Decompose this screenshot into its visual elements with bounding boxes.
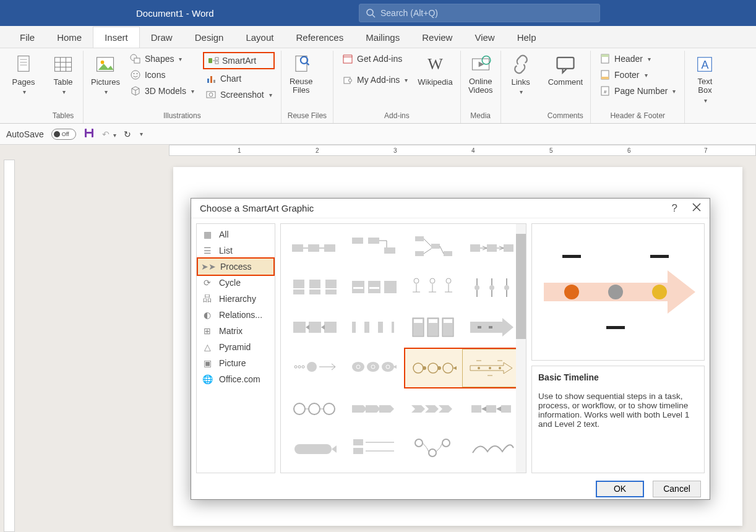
category-all[interactable]: ▦All <box>197 226 275 242</box>
preview-title: Basic Timeline <box>538 372 599 382</box>
graphic-item[interactable] <box>404 268 462 307</box>
tab-file[interactable]: File <box>9 27 46 48</box>
pagenumber-button[interactable]: #Page Number▾ <box>597 84 678 98</box>
table-button[interactable]: Table ▾ <box>49 52 77 97</box>
graphic-item[interactable] <box>404 229 462 267</box>
graphic-item[interactable] <box>404 429 462 468</box>
category-pyramid[interactable]: △Pyramid <box>197 339 275 355</box>
graphic-item[interactable] <box>286 390 344 428</box>
tab-references[interactable]: References <box>285 27 354 48</box>
svg-point-102 <box>298 366 301 368</box>
category-hierarchy[interactable]: 品Hierarchy <box>197 291 275 307</box>
graphic-item[interactable] <box>286 348 344 386</box>
vertical-ruler[interactable] <box>4 160 15 532</box>
svg-rect-53 <box>352 238 363 244</box>
group-reuse-label: Reuse Files <box>288 110 327 122</box>
icons-icon <box>130 69 141 80</box>
graphic-circle-accent-timeline[interactable] <box>405 349 462 387</box>
pictures-button[interactable]: Pictures ▾ <box>90 52 121 97</box>
pages-button[interactable]: Pages ▾ <box>10 52 37 97</box>
graphic-item[interactable] <box>345 390 403 428</box>
graphic-item[interactable] <box>463 229 522 267</box>
links-button[interactable]: Links ▾ <box>507 52 535 97</box>
shapes-button[interactable]: Shapes▾ <box>127 52 197 66</box>
page-icon <box>12 53 35 75</box>
table-label: Table <box>53 77 72 87</box>
svg-rect-34 <box>557 58 573 69</box>
tab-home[interactable]: Home <box>46 27 93 48</box>
autosave-toggle[interactable]: Off <box>51 129 76 140</box>
header-button[interactable]: Header▾ <box>597 52 678 66</box>
smartart-button[interactable]: SmartArt <box>203 52 275 69</box>
textbox-button[interactable]: A TextBox ▾ <box>691 52 718 105</box>
tab-help[interactable]: Help <box>506 27 548 48</box>
ok-button[interactable]: OK <box>596 481 644 497</box>
category-matrix[interactable]: ⊞Matrix <box>197 323 275 339</box>
help-button[interactable]: ? <box>672 202 677 215</box>
graphic-item[interactable] <box>463 390 522 428</box>
wikipedia-button[interactable]: W Wikipedia <box>416 52 453 88</box>
close-button[interactable] <box>692 202 701 215</box>
svg-rect-98 <box>444 319 452 323</box>
redo-button[interactable]: ↻ <box>124 129 131 139</box>
cancel-button[interactable]: Cancel <box>653 481 701 497</box>
svg-rect-88 <box>324 322 337 333</box>
graphic-item[interactable] <box>286 308 344 346</box>
myaddins-button[interactable]: My Add-ins▾ <box>340 73 410 87</box>
category-picture[interactable]: ▣Picture <box>197 355 275 371</box>
ribbon-insert: Pages ▾ Table ▾ Tables Pictures <box>0 48 756 124</box>
tab-review[interactable]: Review <box>411 27 463 48</box>
graphic-item[interactable] <box>404 390 462 428</box>
comment-button[interactable]: Comment <box>547 52 584 88</box>
graphic-item[interactable] <box>345 429 403 468</box>
svg-point-117 <box>489 367 491 369</box>
undo-button[interactable]: ↶ ▾ <box>102 129 116 139</box>
tab-insert[interactable]: Insert <box>93 27 140 48</box>
graphic-item[interactable] <box>286 268 344 307</box>
category-officecom[interactable]: 🌐Office.com <box>197 371 275 387</box>
graphic-item[interactable] <box>463 429 522 468</box>
graphic-item[interactable] <box>463 268 522 307</box>
tab-draw[interactable]: Draw <box>140 27 184 48</box>
horizontal-ruler[interactable]: 1 2 3 4 5 6 7 <box>169 145 756 156</box>
scrollbar-thumb[interactable] <box>516 234 526 339</box>
icons-button[interactable]: Icons <box>127 68 197 82</box>
category-cycle[interactable]: ⟳Cycle <box>197 275 275 291</box>
table-icon <box>52 53 74 75</box>
graphic-item[interactable] <box>345 268 403 307</box>
link-icon <box>510 53 532 75</box>
tab-mailings[interactable]: Mailings <box>354 27 411 48</box>
group-illustrations-label: Illustrations <box>90 110 275 122</box>
screenshot-button[interactable]: Screenshot▾ <box>203 88 275 101</box>
category-list-item[interactable]: ☰List <box>197 242 275 259</box>
search-icon <box>366 8 376 18</box>
graphic-item[interactable] <box>286 229 344 267</box>
category-process[interactable]: ➤➤Process <box>197 257 275 276</box>
search-box[interactable]: Search (Alt+Q) <box>359 4 600 22</box>
3dmodels-button[interactable]: 3D Models▾ <box>127 84 197 98</box>
tab-layout[interactable]: Layout <box>234 27 285 48</box>
chart-button[interactable]: Chart <box>203 72 275 85</box>
svg-rect-97 <box>429 319 437 323</box>
svg-rect-54 <box>368 238 379 244</box>
screenshot-icon <box>205 89 217 100</box>
scrollbar[interactable] <box>516 224 526 473</box>
save-button[interactable] <box>84 127 95 140</box>
tab-view[interactable]: View <box>463 27 505 48</box>
tab-design[interactable]: Design <box>184 27 235 48</box>
graphic-item[interactable] <box>345 308 403 346</box>
category-relationship[interactable]: ◐Relations... <box>197 307 275 323</box>
footer-button[interactable]: Footer▾ <box>597 68 678 82</box>
graphic-item[interactable] <box>404 308 462 346</box>
graphic-item[interactable] <box>463 308 522 346</box>
onlinevideos-button[interactable]: OnlineVideos <box>467 52 494 97</box>
graphic-item[interactable] <box>345 348 403 386</box>
getaddins-button[interactable]: Get Add-ins <box>340 52 410 66</box>
graphic-basic-timeline[interactable] <box>462 349 520 387</box>
pictures-label: Pictures <box>91 77 120 87</box>
textbox-label: TextBox <box>698 77 713 95</box>
chevron-down-icon[interactable]: ▾ <box>140 131 143 137</box>
graphic-item[interactable] <box>345 229 403 267</box>
graphic-item[interactable] <box>286 429 344 468</box>
reusefiles-button[interactable]: ReuseFiles <box>288 52 315 97</box>
